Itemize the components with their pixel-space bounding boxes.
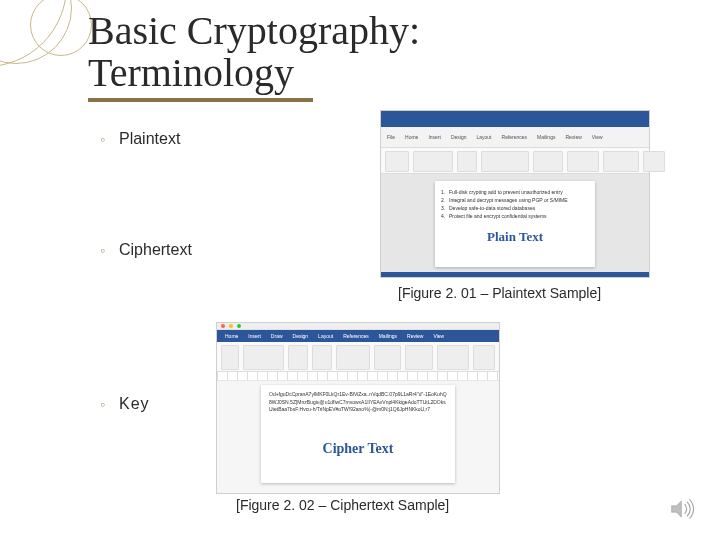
title-line-1: Basic Cryptography: xyxy=(88,8,420,53)
ribbon-tab: Layout xyxy=(318,333,333,339)
plaintext-heading: Plain Text xyxy=(441,229,589,245)
ribbon-tab: Insert xyxy=(428,134,441,140)
ribbon-tab: Home xyxy=(405,134,418,140)
decorative-circle xyxy=(30,0,92,56)
maximize-dot-icon xyxy=(237,324,241,328)
svg-marker-0 xyxy=(672,501,682,517)
ribbon-tab: Design xyxy=(451,134,467,140)
bullet-marker-icon: ◦ xyxy=(100,242,105,258)
ribbon-tab: Review xyxy=(565,134,581,140)
word-ribbon-tabs: Home Insert Draw Design Layout Reference… xyxy=(217,330,499,342)
close-dot-icon xyxy=(221,324,225,328)
word-statusbar xyxy=(381,272,649,277)
word-ribbon-tabs: File Home Insert Design Layout Reference… xyxy=(381,127,649,148)
ribbon-tab: Layout xyxy=(477,134,492,140)
ribbon-tab: Insert xyxy=(248,333,261,339)
ciphertext-heading: Cipher Text xyxy=(269,441,447,457)
ribbon-tab: File xyxy=(387,134,395,140)
ribbon-tab: Mailings xyxy=(379,333,397,339)
figure-caption-plaintext: [Figure 2. 01 – Plaintext Sample] xyxy=(398,285,601,301)
ribbon-tab: Mailings xyxy=(537,134,555,140)
bullet-key-label: Key xyxy=(119,395,150,413)
ribbon-tab: Home xyxy=(225,333,238,339)
slide: Basic Cryptography: Terminology ◦ Plaint… xyxy=(0,0,720,540)
bullet-ciphertext: ◦ Ciphertext xyxy=(100,241,192,259)
word-page: Od+fguDcCpranA7ylMKF0LkQr1Ev-BlViZxa..nV… xyxy=(261,385,455,483)
slide-title: Basic Cryptography: Terminology xyxy=(88,10,420,102)
plaintext-list-item: 3.Develop safe-to-data stored databases xyxy=(441,205,589,211)
word-toolbar xyxy=(217,342,499,372)
word-titlebar xyxy=(381,111,649,127)
bullet-plaintext-label: Plaintext xyxy=(119,130,180,148)
ribbon-tab: View xyxy=(433,333,444,339)
word-toolbar xyxy=(381,148,649,174)
title-line-2: Terminology xyxy=(88,50,294,95)
bullet-marker-icon: ◦ xyxy=(100,131,105,147)
plaintext-list-item: 1.Full-disk crypting add to prevent unau… xyxy=(441,189,589,195)
ribbon-tab: View xyxy=(592,134,603,140)
plaintext-list-item: 2.Integral and decrypt messages using PG… xyxy=(441,197,589,203)
bullet-ciphertext-label: Ciphertext xyxy=(119,241,192,259)
ciphertext-body: Od+fguDcCpranA7ylMKF0LkQr1Ev-BlViZxa..nV… xyxy=(269,391,447,429)
figure-plaintext-sample: File Home Insert Design Layout Reference… xyxy=(380,110,650,278)
word-page: 1.Full-disk crypting add to prevent unau… xyxy=(435,181,595,267)
ribbon-tab: References xyxy=(502,134,528,140)
title-underline xyxy=(88,98,313,102)
bullet-marker-icon: ◦ xyxy=(100,396,105,412)
minimize-dot-icon xyxy=(229,324,233,328)
figure-caption-ciphertext: [Figure 2. 02 – Ciphertext Sample] xyxy=(236,497,449,513)
plaintext-list-item: 4.Protect file and encrypt confidential … xyxy=(441,213,589,219)
figure-ciphertext-sample: Home Insert Draw Design Layout Reference… xyxy=(216,322,500,494)
bullet-plaintext: ◦ Plaintext xyxy=(100,130,180,148)
speaker-icon[interactable] xyxy=(670,498,696,520)
ribbon-tab: References xyxy=(343,333,369,339)
ribbon-tab: Review xyxy=(407,333,423,339)
mac-window-controls xyxy=(217,323,499,330)
word-ruler xyxy=(217,372,499,381)
ribbon-tab: Draw xyxy=(271,333,283,339)
bullet-key: ◦ Key xyxy=(100,395,150,413)
ribbon-tab: Design xyxy=(293,333,309,339)
